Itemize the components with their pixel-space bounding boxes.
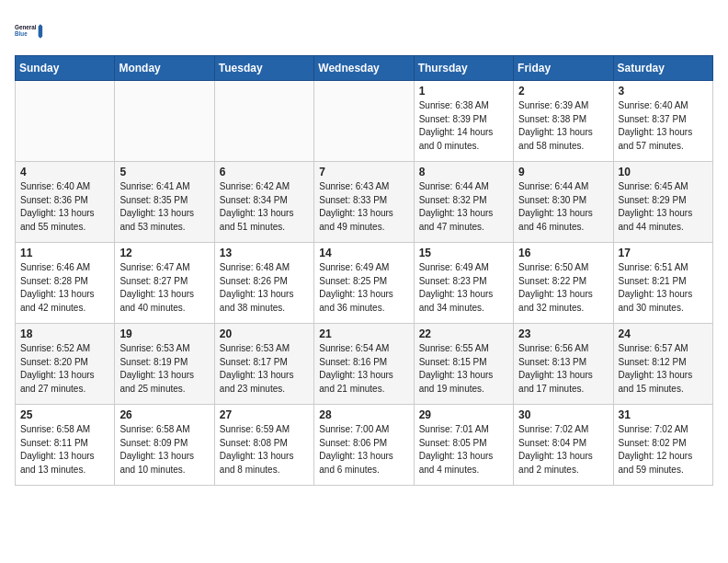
day-number: 24	[619, 327, 708, 340]
day-info: Sunrise: 6:56 AM Sunset: 8:13 PM Dayligh…	[518, 342, 608, 396]
calendar-cell: 29Sunrise: 7:01 AM Sunset: 8:05 PM Dayli…	[414, 405, 513, 486]
day-info: Sunrise: 6:58 AM Sunset: 8:09 PM Dayligh…	[119, 423, 209, 477]
day-info: Sunrise: 7:01 AM Sunset: 8:05 PM Dayligh…	[419, 423, 508, 477]
calendar-cell	[214, 81, 313, 162]
day-number: 31	[619, 408, 708, 421]
day-number: 15	[419, 247, 508, 259]
day-number: 19	[119, 327, 209, 340]
day-number: 2	[518, 85, 608, 98]
day-info: Sunrise: 6:42 AM Sunset: 8:34 PM Dayligh…	[220, 180, 309, 234]
day-number: 6	[220, 166, 309, 178]
calendar-cell: 5Sunrise: 6:41 AM Sunset: 8:35 PM Daylig…	[115, 162, 214, 243]
calendar-cell: 13Sunrise: 6:48 AM Sunset: 8:26 PM Dayli…	[214, 243, 313, 324]
day-number: 28	[319, 408, 408, 421]
calendar-cell: 7Sunrise: 6:43 AM Sunset: 8:33 PM Daylig…	[314, 162, 414, 243]
calendar-cell: 1Sunrise: 6:38 AM Sunset: 8:39 PM Daylig…	[414, 81, 513, 162]
day-info: Sunrise: 6:43 AM Sunset: 8:33 PM Dayligh…	[319, 180, 408, 234]
day-info: Sunrise: 6:40 AM Sunset: 8:36 PM Dayligh…	[20, 180, 109, 234]
day-number: 4	[20, 166, 109, 178]
svg-text:Blue: Blue	[15, 30, 28, 37]
day-number: 1	[419, 85, 508, 98]
week-row-5: 25Sunrise: 6:58 AM Sunset: 8:11 PM Dayli…	[16, 405, 713, 486]
day-info: Sunrise: 6:46 AM Sunset: 8:28 PM Dayligh…	[20, 261, 109, 315]
calendar-cell: 9Sunrise: 6:44 AM Sunset: 8:30 PM Daylig…	[514, 162, 613, 243]
week-row-1: 1Sunrise: 6:38 AM Sunset: 8:39 PM Daylig…	[16, 81, 713, 162]
day-number: 26	[119, 408, 209, 421]
day-number: 25	[20, 408, 109, 421]
day-header-row: SundayMondayTuesdayWednesdayThursdayFrid…	[16, 56, 713, 81]
day-info: Sunrise: 6:59 AM Sunset: 8:08 PM Dayligh…	[220, 423, 309, 477]
week-row-2: 4Sunrise: 6:40 AM Sunset: 8:36 PM Daylig…	[16, 162, 713, 243]
calendar-cell: 20Sunrise: 6:53 AM Sunset: 8:17 PM Dayli…	[214, 324, 313, 405]
day-number: 16	[518, 247, 608, 259]
calendar-cell: 6Sunrise: 6:42 AM Sunset: 8:34 PM Daylig…	[214, 162, 313, 243]
day-number: 20	[220, 327, 309, 340]
day-info: Sunrise: 6:58 AM Sunset: 8:11 PM Dayligh…	[20, 423, 109, 477]
day-info: Sunrise: 6:41 AM Sunset: 8:35 PM Dayligh…	[119, 180, 209, 234]
week-row-4: 18Sunrise: 6:52 AM Sunset: 8:20 PM Dayli…	[16, 324, 713, 405]
calendar-table: SundayMondayTuesdayWednesdayThursdayFrid…	[15, 55, 713, 486]
calendar-cell: 3Sunrise: 6:40 AM Sunset: 8:37 PM Daylig…	[613, 81, 712, 162]
day-info: Sunrise: 6:44 AM Sunset: 8:30 PM Dayligh…	[518, 180, 608, 234]
day-number: 10	[619, 166, 708, 178]
calendar-cell: 12Sunrise: 6:47 AM Sunset: 8:27 PM Dayli…	[115, 243, 214, 324]
calendar-cell: 4Sunrise: 6:40 AM Sunset: 8:36 PM Daylig…	[16, 162, 115, 243]
day-info: Sunrise: 6:49 AM Sunset: 8:23 PM Dayligh…	[419, 261, 508, 315]
day-header-friday: Friday	[514, 56, 613, 81]
day-number: 18	[20, 327, 109, 340]
day-info: Sunrise: 6:53 AM Sunset: 8:17 PM Dayligh…	[220, 342, 309, 396]
calendar-cell: 30Sunrise: 7:02 AM Sunset: 8:04 PM Dayli…	[514, 405, 613, 486]
day-info: Sunrise: 6:45 AM Sunset: 8:29 PM Dayligh…	[619, 180, 708, 234]
logo-icon: GeneralBlue	[15, 15, 48, 48]
day-number: 17	[619, 247, 708, 259]
day-header-wednesday: Wednesday	[314, 56, 414, 81]
calendar-cell: 28Sunrise: 7:00 AM Sunset: 8:06 PM Dayli…	[314, 405, 414, 486]
day-info: Sunrise: 7:02 AM Sunset: 8:04 PM Dayligh…	[518, 423, 608, 477]
calendar-cell: 10Sunrise: 6:45 AM Sunset: 8:29 PM Dayli…	[613, 162, 712, 243]
calendar-cell: 23Sunrise: 6:56 AM Sunset: 8:13 PM Dayli…	[514, 324, 613, 405]
calendar-cell: 11Sunrise: 6:46 AM Sunset: 8:28 PM Dayli…	[16, 243, 115, 324]
day-info: Sunrise: 6:53 AM Sunset: 8:19 PM Dayligh…	[119, 342, 209, 396]
day-info: Sunrise: 7:02 AM Sunset: 8:02 PM Dayligh…	[619, 423, 708, 477]
week-row-3: 11Sunrise: 6:46 AM Sunset: 8:28 PM Dayli…	[16, 243, 713, 324]
calendar-cell: 15Sunrise: 6:49 AM Sunset: 8:23 PM Dayli…	[414, 243, 513, 324]
calendar-cell: 8Sunrise: 6:44 AM Sunset: 8:32 PM Daylig…	[414, 162, 513, 243]
day-number: 7	[319, 166, 408, 178]
day-info: Sunrise: 6:50 AM Sunset: 8:22 PM Dayligh…	[518, 261, 608, 315]
day-info: Sunrise: 6:39 AM Sunset: 8:38 PM Dayligh…	[518, 99, 608, 153]
calendar-cell: 17Sunrise: 6:51 AM Sunset: 8:21 PM Dayli…	[613, 243, 712, 324]
calendar-cell: 31Sunrise: 7:02 AM Sunset: 8:02 PM Dayli…	[613, 405, 712, 486]
day-info: Sunrise: 6:49 AM Sunset: 8:25 PM Dayligh…	[319, 261, 408, 315]
day-info: Sunrise: 6:55 AM Sunset: 8:15 PM Dayligh…	[419, 342, 508, 396]
calendar-cell	[115, 81, 214, 162]
calendar-cell: 21Sunrise: 6:54 AM Sunset: 8:16 PM Dayli…	[314, 324, 414, 405]
logo: GeneralBlue	[15, 15, 48, 48]
day-header-monday: Monday	[115, 56, 214, 81]
day-number: 13	[220, 247, 309, 259]
calendar-cell: 26Sunrise: 6:58 AM Sunset: 8:09 PM Dayli…	[115, 405, 214, 486]
day-info: Sunrise: 6:48 AM Sunset: 8:26 PM Dayligh…	[220, 261, 309, 315]
day-info: Sunrise: 6:51 AM Sunset: 8:21 PM Dayligh…	[619, 261, 708, 315]
svg-text:General: General	[15, 24, 37, 30]
calendar-cell	[16, 81, 115, 162]
day-header-sunday: Sunday	[16, 56, 115, 81]
day-header-tuesday: Tuesday	[214, 56, 313, 81]
svg-marker-2	[39, 24, 45, 38]
day-number: 29	[419, 408, 508, 421]
day-number: 23	[518, 327, 608, 340]
calendar-cell	[314, 81, 414, 162]
day-info: Sunrise: 6:44 AM Sunset: 8:32 PM Dayligh…	[419, 180, 508, 234]
day-number: 12	[119, 247, 209, 259]
day-number: 9	[518, 166, 608, 178]
calendar-cell: 22Sunrise: 6:55 AM Sunset: 8:15 PM Dayli…	[414, 324, 513, 405]
day-info: Sunrise: 6:54 AM Sunset: 8:16 PM Dayligh…	[319, 342, 408, 396]
day-header-saturday: Saturday	[613, 56, 712, 81]
day-number: 14	[319, 247, 408, 259]
day-info: Sunrise: 6:40 AM Sunset: 8:37 PM Dayligh…	[619, 99, 708, 153]
day-info: Sunrise: 6:57 AM Sunset: 8:12 PM Dayligh…	[619, 342, 708, 396]
calendar-cell: 19Sunrise: 6:53 AM Sunset: 8:19 PM Dayli…	[115, 324, 214, 405]
calendar-cell: 25Sunrise: 6:58 AM Sunset: 8:11 PM Dayli…	[16, 405, 115, 486]
day-number: 30	[518, 408, 608, 421]
day-number: 21	[319, 327, 408, 340]
day-number: 22	[419, 327, 508, 340]
